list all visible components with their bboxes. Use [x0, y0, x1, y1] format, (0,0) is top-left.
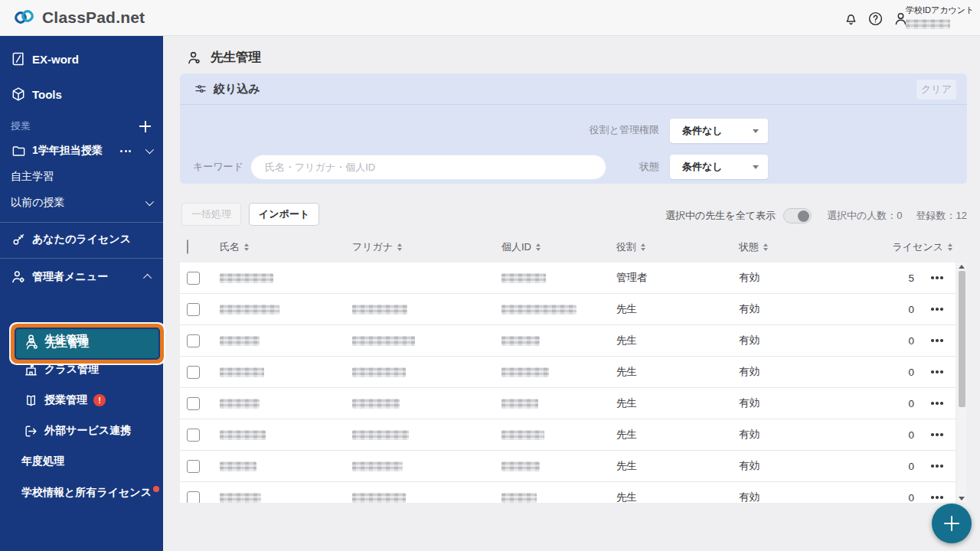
row-checkbox[interactable] [187, 334, 200, 347]
sidebar-item-label: 生徒管理 [44, 333, 87, 347]
row-menu-button[interactable] [919, 429, 956, 441]
license-cell: 0 [861, 492, 919, 504]
sidebar-item-label: 1学年担当授業 [32, 144, 103, 158]
sidebar-item-previous-lessons[interactable]: 以前の授業 [0, 191, 163, 214]
redacted-kana-cell [352, 430, 501, 440]
help-icon[interactable] [866, 9, 884, 28]
status-cell: 有効 [739, 271, 861, 285]
redacted-kana-cell [352, 493, 501, 503]
table-row: 管理者有効5 [180, 262, 956, 294]
redacted-kana [352, 399, 400, 409]
sidebar-item-year-processing[interactable]: 年度処理 [0, 450, 163, 473]
redacted-kana-cell [352, 336, 501, 346]
sidebar-item-admin-menu[interactable]: 管理者メニュー [0, 266, 163, 289]
sidebar-item-lesson-mgmt[interactable]: 授業管理 ! [0, 389, 163, 412]
checkbox-cell [180, 366, 220, 379]
redacted-name-cell [220, 430, 352, 440]
sidebar-item-your-license[interactable]: あなたのライセンス [0, 228, 163, 251]
import-button[interactable]: インポート [249, 203, 319, 226]
role-filter-dropdown[interactable]: 条件なし [670, 119, 768, 143]
checkbox-cell [180, 303, 220, 316]
column-header-id[interactable]: 個人ID [501, 240, 616, 254]
chevron-up-icon[interactable] [143, 274, 152, 282]
checkbox-cell [180, 272, 220, 285]
cube-icon [11, 86, 26, 102]
redacted-kana-cell [352, 461, 501, 471]
show-selected-toggle[interactable] [783, 208, 812, 223]
scroll-up-arrow-icon[interactable] [959, 265, 965, 269]
sidebar-item-class-mgmt[interactable]: クラス管理 [0, 358, 163, 381]
sidebar-item-school-info[interactable]: 学校情報と所有ライセンス [0, 481, 163, 504]
column-header-role[interactable]: 役割 [616, 240, 739, 254]
row-checkbox[interactable] [187, 397, 200, 410]
status-filter-value: 条件なし [682, 160, 753, 174]
add-lesson-button[interactable] [139, 121, 151, 132]
add-teacher-fab[interactable] [932, 504, 972, 543]
admin-person-gear-icon [11, 269, 26, 285]
sidebar-item-lesson-folder[interactable]: 1学年担当授業 [0, 139, 163, 162]
scroll-down-arrow-icon[interactable] [959, 497, 965, 500]
row-menu-button[interactable] [919, 366, 956, 378]
sort-icon [641, 243, 645, 252]
sidebar-item-student-mgmt[interactable]: 生徒管理 [0, 328, 163, 351]
status-filter-dropdown[interactable]: 条件なし [670, 155, 768, 179]
checkbox-cell [180, 460, 220, 473]
row-menu-button[interactable] [919, 460, 956, 472]
checkbox-cell [180, 429, 220, 442]
row-checkbox[interactable] [187, 366, 200, 379]
bulk-action-button[interactable]: 一括処理 [181, 203, 241, 226]
filter-header[interactable]: 絞り込み クリア [180, 73, 967, 105]
column-header-status[interactable]: 状態 [739, 240, 861, 254]
row-checkbox[interactable] [187, 429, 200, 442]
column-header-license[interactable]: ライセンス [861, 240, 956, 254]
app-logo[interactable]: ClassPad.net [14, 7, 145, 28]
row-checkbox[interactable] [187, 491, 200, 504]
row-menu-button[interactable] [919, 397, 956, 409]
column-header-kana[interactable]: フリガナ [352, 240, 501, 254]
row-menu-button[interactable] [919, 491, 956, 503]
folder-options-icon[interactable] [120, 150, 131, 152]
table-row: 先生有効0 [180, 357, 956, 388]
sidebar-item-self-study[interactable]: 自主学習 [0, 165, 163, 188]
redacted-id-cell [501, 461, 616, 471]
menu-cell [919, 491, 956, 503]
redacted-id [501, 461, 540, 471]
column-header-name[interactable]: 氏名 [220, 240, 352, 254]
row-checkbox[interactable] [187, 460, 200, 473]
lessons-section-label: 授業 [11, 119, 31, 133]
redacted-id [501, 430, 544, 440]
select-all-checkbox[interactable] [187, 240, 188, 254]
sidebar-item-external-services[interactable]: 外部サービス連携 [0, 419, 163, 442]
notifications-bell-icon[interactable] [841, 9, 860, 28]
row-checkbox[interactable] [187, 303, 200, 316]
sidebar-item-label: Tools [32, 88, 62, 101]
sort-icon [948, 243, 952, 252]
table-scrollbar[interactable] [957, 262, 966, 503]
app-window: ClassPad.net 学校IDアカウント [0, 0, 980, 551]
account-info[interactable]: 学校IDアカウント [906, 5, 967, 29]
sidebar-item-ex-word[interactable]: EX-word [0, 47, 163, 70]
redacted-name-cell [220, 493, 352, 503]
redacted-id-cell [501, 336, 616, 346]
notification-dot-icon [153, 486, 159, 492]
chevron-down-icon[interactable] [145, 197, 154, 206]
sidebar-item-tools[interactable]: Tools [0, 83, 163, 106]
redacted-id-cell [501, 367, 616, 377]
table-row: 先生有効0 [180, 388, 956, 419]
chevron-down-icon[interactable] [145, 145, 154, 154]
app-logo-text: ClassPad.net [42, 8, 145, 27]
page-header: 先生管理 [186, 49, 261, 66]
row-menu-button[interactable] [919, 272, 956, 284]
status-cell: 有効 [739, 396, 861, 410]
row-menu-button[interactable] [919, 334, 956, 347]
status-cell: 有効 [739, 428, 861, 442]
role-cell: 先生 [616, 365, 739, 379]
clear-filter-button[interactable]: クリア [916, 80, 956, 99]
keyword-search-input[interactable] [250, 155, 606, 180]
plus-icon [944, 516, 959, 531]
row-checkbox[interactable] [187, 272, 200, 285]
classpad-logo-icon [14, 7, 34, 28]
row-menu-button[interactable] [919, 303, 956, 315]
filter-panel: 絞り込み クリア 役割と管理権限 条件なし キーワード 状態 条件なし [180, 73, 967, 184]
scrollbar-thumb[interactable] [959, 271, 965, 407]
